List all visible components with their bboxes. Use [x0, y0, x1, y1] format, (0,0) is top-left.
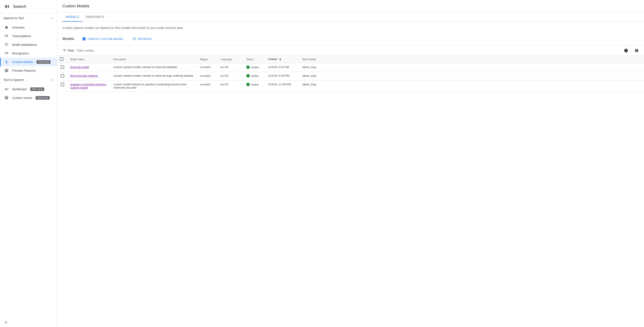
column-header-language[interactable]: Language [218, 56, 244, 63]
model-name-link[interactable]: financial-model [70, 66, 89, 69]
cell-language: en-US [218, 63, 244, 72]
section-header-label: Speech-to-Text [4, 16, 24, 20]
model-name-link[interactable]: drive-through-ordering [70, 74, 98, 77]
add-box-icon [82, 37, 86, 41]
sidebar-item-recognizers[interactable]: Recognizers [0, 49, 57, 58]
button-label: CREATE CUSTOM MODEL [88, 37, 124, 40]
svg-rect-0 [5, 6, 6, 7]
svg-text:?: ? [625, 49, 627, 52]
chevron-up-icon [50, 16, 54, 20]
filter-input[interactable] [77, 49, 621, 52]
sidebar-item-label: Custom Voices [12, 96, 32, 100]
sidebar-item-synthesize[interactable]: Synthesize PREVIEW [0, 85, 57, 94]
tab-models[interactable]: MODELS [62, 12, 82, 22]
sidebar-item-custom-models[interactable]: Custom Models PREVIEW [0, 58, 57, 66]
button-label: REFRESH [138, 37, 152, 40]
cell-description: custom speech model, trained on financia… [111, 63, 197, 72]
status-badge: Active [246, 66, 258, 69]
model-name-link[interactable]: quantum-computing-lectures-custom-model [70, 83, 107, 89]
cell-description: custom speech model, trained on drive th… [111, 72, 197, 80]
row-checkbox[interactable] [61, 74, 64, 78]
column-header-created[interactable]: Created [265, 56, 300, 63]
svg-rect-5 [6, 43, 6, 45]
cell-region: us-east1 [197, 72, 218, 80]
svg-rect-3 [8, 5, 9, 8]
speech-product-icon [4, 4, 10, 9]
row-checkbox[interactable] [61, 66, 64, 69]
layers-icon [4, 68, 9, 73]
cell-created: 1/10/24, 12:48 PM [265, 80, 300, 92]
main-content: Custom Models MODELS ENDPOINTS Custom sp… [57, 0, 644, 327]
cell-region: us-east1 [197, 63, 218, 72]
preview-badge: PREVIEW [30, 88, 44, 91]
svg-rect-13 [635, 49, 636, 52]
sidebar-title: Speech [13, 4, 26, 9]
sidebar-item-transcriptions[interactable]: Transcriptions [0, 32, 57, 40]
status-badge: Active [246, 74, 258, 78]
chevron-up-icon [50, 78, 54, 82]
cell-region: us-east1 [197, 80, 218, 92]
sidebar-item-model-adaptations[interactable]: Model Adaptations [0, 40, 57, 49]
help-icon[interactable]: ? [624, 48, 628, 53]
sidebar-item-overview[interactable]: Overview [0, 23, 57, 32]
divider [631, 48, 632, 53]
sidebar-item-preview-features[interactable]: Preview Features [0, 66, 57, 75]
sidebar-item-label: Custom Models [12, 60, 33, 64]
sort-ascending-icon [279, 58, 282, 61]
tab-endpoints[interactable]: ENDPOINTS [82, 12, 108, 22]
svg-rect-2 [7, 6, 8, 7]
recognizers-icon [4, 51, 9, 56]
filter-icon [62, 48, 66, 52]
sidebar-item-custom-voices[interactable]: Custom Voices PREVIEW [0, 94, 57, 102]
cell-base: latest_long [300, 63, 644, 72]
create-custom-model-button[interactable]: CREATE CUSTOM MODEL [81, 36, 124, 42]
collapse-sidebar-icon[interactable] [4, 320, 9, 324]
tabs: MODELS ENDPOINTS [57, 12, 644, 22]
check-circle-icon [246, 66, 250, 69]
section-heading: Models [62, 37, 74, 41]
check-circle-icon [246, 74, 250, 78]
column-header-status[interactable]: Status [244, 56, 265, 63]
check-circle-icon [246, 83, 250, 86]
column-header-region[interactable]: Region [197, 56, 218, 63]
sidebar-item-label: Synthesize [12, 88, 27, 91]
svg-rect-15 [637, 49, 638, 52]
adaptations-icon [4, 42, 9, 47]
home-icon [4, 25, 9, 30]
custom-models-icon [4, 60, 9, 64]
column-header-base[interactable]: Base Model [300, 56, 644, 63]
column-header-name[interactable]: Model name [68, 56, 111, 63]
svg-rect-1 [6, 5, 7, 8]
cell-base: latest_long [300, 80, 644, 92]
section-header-stt[interactable]: Speech-to-Text [0, 13, 57, 23]
sidebar-item-label: Overview [12, 26, 25, 29]
svg-rect-8 [5, 45, 8, 46]
cell-language: en-US [218, 72, 244, 80]
page-title: Custom Models [57, 0, 644, 12]
svg-rect-4 [5, 43, 6, 44]
sidebar: Speech Speech-to-Text Overview Transcrip… [0, 0, 57, 327]
sidebar-item-label: Preview Features [12, 69, 36, 72]
preview-badge: PREVIEW [36, 96, 50, 100]
table-row: quantum-computing-lectures-custom-model … [57, 80, 644, 92]
svg-rect-6 [7, 43, 7, 44]
svg-rect-7 [8, 43, 8, 44]
section-header-tts[interactable]: Text-to-Speech [0, 75, 57, 85]
refresh-button[interactable]: REFRESH [131, 36, 152, 42]
section-header-label: Text-to-Speech [4, 78, 24, 82]
sidebar-item-label: Transcriptions [12, 34, 31, 38]
sidebar-header: Speech [0, 0, 57, 13]
layers-icon [4, 96, 9, 100]
synthesize-icon [4, 87, 9, 91]
row-checkbox[interactable] [61, 83, 64, 86]
filter-label: Filter [62, 48, 74, 52]
column-header-description[interactable]: Description [111, 56, 197, 63]
refresh-icon [132, 37, 136, 41]
page-description: Custom speech models are Speech-to-Text … [57, 22, 644, 34]
cell-description: custom model trained on quantum computin… [111, 80, 197, 92]
select-all-header [57, 56, 68, 63]
cell-created: 1/10/24, 5:43 PM [265, 72, 300, 80]
column-settings-icon[interactable] [634, 48, 639, 53]
select-all-checkbox[interactable] [60, 57, 63, 61]
filter-bar: Filter ? [57, 46, 644, 55]
